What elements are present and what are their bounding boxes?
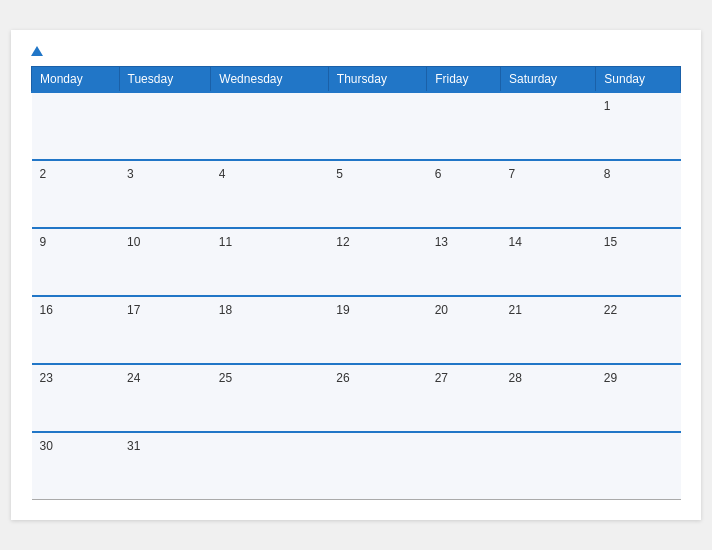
calendar-cell: 23	[32, 364, 120, 432]
calendar-cell: 30	[32, 432, 120, 500]
calendar-cell: 2	[32, 160, 120, 228]
week-row-4: 16171819202122	[32, 296, 681, 364]
calendar-cell: 14	[500, 228, 595, 296]
day-number: 10	[127, 235, 140, 249]
calendar-cell: 27	[427, 364, 501, 432]
day-number: 26	[336, 371, 349, 385]
week-row-2: 2345678	[32, 160, 681, 228]
day-number: 9	[40, 235, 47, 249]
calendar-cell: 11	[211, 228, 329, 296]
calendar-cell	[119, 92, 211, 160]
calendar-cell: 8	[596, 160, 681, 228]
logo	[31, 46, 46, 56]
day-number: 24	[127, 371, 140, 385]
day-number: 20	[435, 303, 448, 317]
calendar-cell: 1	[596, 92, 681, 160]
weekday-header-friday: Friday	[427, 66, 501, 92]
weekday-header-thursday: Thursday	[328, 66, 426, 92]
day-number: 27	[435, 371, 448, 385]
calendar-cell	[596, 432, 681, 500]
calendar-cell	[427, 432, 501, 500]
weekday-header-row: MondayTuesdayWednesdayThursdayFridaySatu…	[32, 66, 681, 92]
day-number: 4	[219, 167, 226, 181]
day-number: 28	[508, 371, 521, 385]
calendar-cell: 4	[211, 160, 329, 228]
calendar-cell: 18	[211, 296, 329, 364]
day-number: 23	[40, 371, 53, 385]
weekday-header-saturday: Saturday	[500, 66, 595, 92]
logo-blue-text	[31, 46, 46, 56]
calendar-cell	[211, 92, 329, 160]
day-number: 29	[604, 371, 617, 385]
day-number: 14	[508, 235, 521, 249]
calendar-cell	[32, 92, 120, 160]
calendar-cell	[328, 92, 426, 160]
calendar-cell: 15	[596, 228, 681, 296]
calendar-cell	[328, 432, 426, 500]
calendar-cell: 19	[328, 296, 426, 364]
week-row-5: 23242526272829	[32, 364, 681, 432]
day-number: 21	[508, 303, 521, 317]
week-row-1: 1	[32, 92, 681, 160]
calendar-cell: 26	[328, 364, 426, 432]
calendar-cell: 31	[119, 432, 211, 500]
week-row-6: 3031	[32, 432, 681, 500]
calendar-header	[31, 46, 681, 56]
calendar-cell	[211, 432, 329, 500]
calendar-container: MondayTuesdayWednesdayThursdayFridaySatu…	[11, 30, 701, 521]
day-number: 13	[435, 235, 448, 249]
calendar-grid: MondayTuesdayWednesdayThursdayFridaySatu…	[31, 66, 681, 501]
day-number: 18	[219, 303, 232, 317]
calendar-cell: 24	[119, 364, 211, 432]
week-row-3: 9101112131415	[32, 228, 681, 296]
day-number: 6	[435, 167, 442, 181]
calendar-cell: 7	[500, 160, 595, 228]
day-number: 15	[604, 235, 617, 249]
calendar-cell: 22	[596, 296, 681, 364]
weekday-header-tuesday: Tuesday	[119, 66, 211, 92]
day-number: 16	[40, 303, 53, 317]
calendar-cell: 6	[427, 160, 501, 228]
calendar-cell: 25	[211, 364, 329, 432]
calendar-cell: 16	[32, 296, 120, 364]
calendar-cell	[500, 92, 595, 160]
calendar-cell: 13	[427, 228, 501, 296]
day-number: 22	[604, 303, 617, 317]
logo-triangle-icon	[31, 46, 43, 56]
day-number: 5	[336, 167, 343, 181]
day-number: 2	[40, 167, 47, 181]
day-number: 31	[127, 439, 140, 453]
day-number: 11	[219, 235, 232, 249]
weekday-header-wednesday: Wednesday	[211, 66, 329, 92]
calendar-cell: 9	[32, 228, 120, 296]
calendar-cell	[500, 432, 595, 500]
day-number: 8	[604, 167, 611, 181]
calendar-cell: 12	[328, 228, 426, 296]
calendar-cell: 5	[328, 160, 426, 228]
day-number: 12	[336, 235, 349, 249]
calendar-cell: 17	[119, 296, 211, 364]
day-number: 30	[40, 439, 53, 453]
calendar-cell: 10	[119, 228, 211, 296]
calendar-cell: 28	[500, 364, 595, 432]
calendar-cell: 29	[596, 364, 681, 432]
day-number: 19	[336, 303, 349, 317]
day-number: 25	[219, 371, 232, 385]
weekday-header-sunday: Sunday	[596, 66, 681, 92]
calendar-cell	[427, 92, 501, 160]
day-number: 3	[127, 167, 134, 181]
calendar-cell: 21	[500, 296, 595, 364]
weekday-header-monday: Monday	[32, 66, 120, 92]
calendar-cell: 20	[427, 296, 501, 364]
day-number: 1	[604, 99, 611, 113]
calendar-cell: 3	[119, 160, 211, 228]
day-number: 7	[508, 167, 515, 181]
day-number: 17	[127, 303, 140, 317]
